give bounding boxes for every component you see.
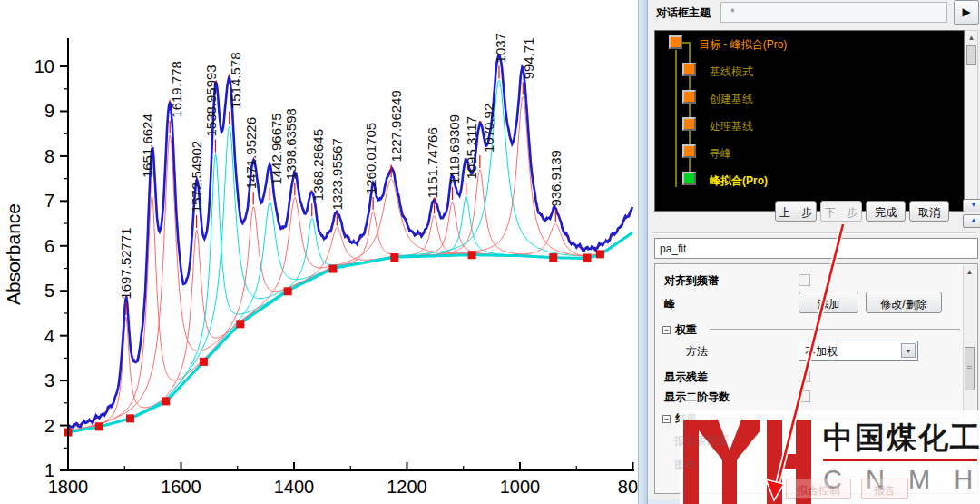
tree-connector [682, 42, 691, 44]
baseline-anchor[interactable] [328, 265, 337, 273]
tree-node-icon-active[interactable] [682, 172, 696, 185]
spectrum-chart: 1697.527711651.66241619.7781572.54902153… [0, 0, 638, 504]
y-tick-label: 7 [44, 191, 54, 211]
add-peak-button[interactable]: 添加 [799, 292, 858, 313]
watermark-rule [823, 459, 977, 461]
x-tick-label: 1000 [500, 477, 541, 497]
weight-method-dropdown[interactable]: 不加权▼ [799, 341, 918, 361]
fitted-peak-curve [68, 198, 632, 432]
watermark-title: 中国煤化工 [823, 418, 980, 459]
baseline-anchor[interactable] [200, 358, 208, 366]
separator [652, 232, 976, 234]
scrollbar-thumb[interactable] [965, 347, 975, 390]
tree-node-icon[interactable] [669, 35, 682, 49]
tree-scrollbar[interactable]: ▲ ▼ [965, 30, 978, 212]
align-to-spectrum-label: 对齐到频谱 [664, 273, 719, 289]
baseline-anchor[interactable] [126, 414, 134, 422]
tree-node-icon[interactable] [682, 144, 696, 158]
peak-label: 1514.578 [228, 52, 243, 109]
fitted-peak-curve [68, 215, 632, 432]
fitted-peak-curve [68, 218, 632, 432]
tree-item-create-baseline[interactable]: 创建基线 [710, 92, 753, 107]
baseline-anchor[interactable] [390, 253, 398, 262]
x-tick-label: 1800 [48, 477, 89, 497]
peak-label: 1398.63598 [283, 108, 299, 180]
peak-label: 1227.96249 [388, 90, 404, 162]
peak-label: 1260.01705 [363, 123, 378, 194]
fitted-peak-curve [68, 195, 632, 431]
watermark-subtitle: C N M H G [823, 465, 980, 495]
y-axis-title: Absorbance [3, 203, 24, 305]
y-tick-label: 9 [44, 101, 54, 121]
tree-item-goal[interactable]: 目标 - 峰拟合(Pro) [699, 37, 787, 53]
dialog-theme-label: 对话框主题 [656, 5, 710, 21]
y-tick-label: 8 [44, 146, 54, 166]
weight-section-header[interactable]: −权重 [662, 322, 697, 338]
next-button[interactable]: 下一步 [820, 201, 862, 222]
window-edge [638, 0, 648, 504]
roll-up-button[interactable]: ▲ [963, 214, 980, 228]
tree-item-treat-baseline[interactable]: 处理基线 [710, 119, 753, 134]
fitted-peak-curve [68, 197, 632, 432]
show-second-derivative-label: 显示二阶导数 [664, 390, 730, 405]
dialog-theme-combo[interactable]: * [720, 2, 947, 23]
wizard-map: 目标 - 峰拟合(Pro) 基线模式 创建基线 处理基线 寻峰 峰拟合(Pro) [654, 30, 965, 212]
tree-item-fit-peaks[interactable]: 峰拟合(Pro) [710, 173, 768, 189]
tree-node-icon[interactable] [682, 63, 696, 76]
tree-item-find-peaks[interactable]: 寻峰 [710, 146, 731, 162]
cancel-button[interactable]: 取消 [909, 201, 949, 222]
section-rule [710, 329, 960, 330]
screenshot-root: 1697.527711651.66241619.7781572.54902153… [0, 0, 980, 504]
peak-label: 1119.69309 [446, 114, 462, 184]
peak-label: 1572.54902 [189, 141, 204, 212]
collapse-icon[interactable]: − [662, 326, 671, 334]
method-label: 方法 [686, 344, 708, 360]
collapse-icon[interactable]: − [662, 415, 671, 423]
peak-label: 1037 [493, 33, 508, 63]
peak-label: 1151.74766 [425, 127, 440, 198]
baseline-anchor[interactable] [596, 250, 604, 258]
y-tick-label: 3 [44, 371, 54, 390]
chart-panel: 1697.527711651.66241619.7781572.54902153… [0, 0, 638, 504]
y-tick-label: 4 [44, 326, 54, 346]
peak-label: 1471.95226 [243, 117, 259, 189]
show-residual-checkbox[interactable] [799, 371, 810, 382]
scroll-up-icon[interactable]: ▲ [964, 266, 975, 278]
align-to-spectrum-checkbox[interactable] [799, 274, 810, 286]
scrollbar-thumb[interactable] [966, 45, 976, 65]
x-tick-label: 800 [618, 477, 638, 497]
modify-delete-button[interactable]: 修改/删除 [866, 292, 942, 313]
advance-arrow-button[interactable]: ▶ [954, 0, 979, 25]
baseline-anchor[interactable] [284, 287, 292, 295]
tree-node-icon[interactable] [682, 117, 696, 131]
x-tick-label: 1600 [161, 477, 201, 497]
y-tick-label: 10 [34, 56, 54, 76]
show-second-derivative-checkbox[interactable] [799, 390, 810, 402]
pa-fit-field[interactable]: pa_fit [654, 238, 978, 259]
roll-down-button[interactable]: ▼ [963, 199, 980, 212]
prev-button[interactable]: 上一步 [775, 201, 817, 222]
y-tick-label: 6 [44, 236, 54, 256]
peak-label: 1697.52771 [118, 227, 133, 299]
baseline-anchor[interactable] [549, 253, 557, 262]
watermark: 中国煤化工 C N M H G [680, 410, 980, 504]
dialog-theme-value: * [730, 6, 735, 19]
baseline-anchor[interactable] [162, 397, 170, 405]
tree-node-icon[interactable] [682, 90, 696, 104]
right-triangle-icon: ▶ [962, 5, 970, 18]
show-residual-label: 显示残差 [664, 370, 708, 385]
spectrum-curve [68, 55, 632, 430]
peak-label: 994.71 [521, 37, 536, 79]
peak-label: 1368.28645 [310, 129, 326, 201]
baseline-anchor[interactable] [468, 251, 476, 259]
scroll-up-icon[interactable]: ▲ [965, 32, 977, 44]
tree-connector [675, 50, 677, 187]
baseline-anchor[interactable] [95, 422, 103, 430]
baseline-anchor[interactable] [583, 254, 592, 262]
y-tick-label: 2 [44, 416, 54, 436]
finish-button[interactable]: 完成 [866, 201, 906, 222]
tree-item-baseline-mode[interactable]: 基线模式 [710, 64, 753, 80]
chevron-down-icon: ▼ [901, 343, 916, 358]
fitted-peak-curve [68, 170, 632, 432]
baseline-anchor[interactable] [236, 320, 244, 328]
